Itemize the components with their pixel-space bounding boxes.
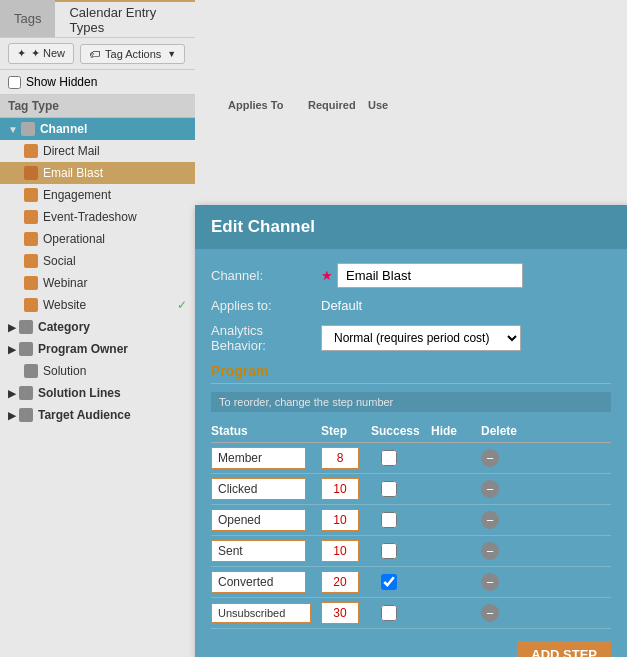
chevron-down-icon: ▼ — [167, 49, 176, 59]
channel-input[interactable] — [337, 263, 523, 288]
tree-item-operational[interactable]: Operational — [0, 228, 195, 250]
step-delete-btn-0[interactable]: − — [481, 449, 499, 467]
step-delete-btn-4[interactable]: − — [481, 573, 499, 591]
table-header: Tag Type Applies To Required Use — [0, 95, 195, 118]
table-row: − — [211, 443, 611, 474]
tree-item-event-tradeshow[interactable]: Event-Tradeshow — [0, 206, 195, 228]
tag-icon: 🏷 — [89, 48, 100, 60]
tree-item-email-blast[interactable]: Email Blast — [0, 162, 195, 184]
required-checkmark: ✓ — [177, 298, 187, 312]
step-status-input-5[interactable] — [211, 603, 311, 623]
step-success-checkbox-5[interactable] — [381, 605, 397, 621]
new-button[interactable]: ✦ ✦ New — [8, 43, 74, 64]
col-delete-header: Delete — [481, 424, 531, 438]
applies-label: Applies to: — [211, 298, 321, 313]
edit-dialog-body: Channel: ★ Applies to: Default Analytics… — [195, 249, 627, 657]
step-success-checkbox-3[interactable] — [381, 543, 397, 559]
step-success-4 — [371, 574, 431, 590]
analytics-form-row: Analytics Behavior: Normal (requires per… — [211, 323, 611, 353]
tree-label-direct-mail: Direct Mail — [43, 144, 100, 158]
folder-icon-category — [19, 320, 33, 334]
step-status-0 — [211, 447, 321, 469]
col-use: Use — [368, 99, 388, 113]
step-success-checkbox-1[interactable] — [381, 481, 397, 497]
step-num-input-3[interactable] — [321, 540, 359, 562]
expand-icon: ▼ — [8, 124, 18, 135]
step-status-input-2[interactable] — [211, 509, 306, 531]
step-delete-1: − — [481, 480, 531, 498]
tree-item-social[interactable]: Social — [0, 250, 195, 272]
add-step-button[interactable]: ADD STEP — [517, 641, 611, 657]
table-row: − — [211, 505, 611, 536]
show-hidden-checkbox[interactable] — [8, 76, 21, 89]
tree-item-target-audience[interactable]: ▶ Target Audience — [0, 404, 195, 426]
step-status-3 — [211, 540, 321, 562]
table-row: − — [211, 536, 611, 567]
tab-tags[interactable]: Tags — [0, 0, 55, 37]
step-num-input-2[interactable] — [321, 509, 359, 531]
col-applies-to: Applies To — [228, 99, 308, 113]
table-row: − — [211, 598, 611, 629]
step-delete-btn-5[interactable]: − — [481, 604, 499, 622]
tag-icon-engagement — [24, 188, 38, 202]
tree-container: ▼ Channel Direct Mail Email Blast Engage… — [0, 118, 195, 426]
expand-icon-category: ▶ — [8, 322, 16, 333]
col-success-header: Success — [371, 424, 431, 438]
step-status-input-3[interactable] — [211, 540, 306, 562]
expand-icon-program: ▶ — [8, 344, 16, 355]
step-status-input-1[interactable] — [211, 478, 306, 500]
show-hidden-label: Show Hidden — [26, 75, 97, 89]
step-delete-4: − — [481, 573, 531, 591]
tree-label-social: Social — [43, 254, 76, 268]
tag-icon-operational — [24, 232, 38, 246]
edit-dialog-title: Edit Channel — [211, 217, 315, 236]
step-status-input-0[interactable] — [211, 447, 306, 469]
step-delete-btn-1[interactable]: − — [481, 480, 499, 498]
step-success-checkbox-0[interactable] — [381, 450, 397, 466]
analytics-select[interactable]: Normal (requires period cost) Simple Non… — [321, 325, 521, 351]
step-status-5 — [211, 603, 321, 623]
step-delete-2: − — [481, 511, 531, 529]
tag-icon-solution — [24, 364, 38, 378]
step-num-input-5[interactable] — [321, 602, 359, 624]
tree-item-webinar[interactable]: Webinar — [0, 272, 195, 294]
steps-table-header: Status Step Success Hide Delete — [211, 420, 611, 443]
step-num-input-4[interactable] — [321, 571, 359, 593]
step-num-2 — [321, 509, 371, 531]
tag-icon-social — [24, 254, 38, 268]
step-success-checkbox-4[interactable] — [381, 574, 397, 590]
analytics-label: Analytics Behavior: — [211, 323, 321, 353]
sidebar-toolbar: ✦ ✦ New 🏷 Tag Actions ▼ — [0, 38, 195, 70]
tag-actions-button[interactable]: 🏷 Tag Actions ▼ — [80, 44, 185, 64]
tree-item-website[interactable]: Website ✓ — [0, 294, 195, 316]
step-success-2 — [371, 512, 431, 528]
tree-item-program-owner[interactable]: ▶ Program Owner — [0, 338, 195, 360]
step-delete-btn-2[interactable]: − — [481, 511, 499, 529]
col-status-header: Status — [211, 424, 321, 438]
channel-form-row: Channel: ★ — [211, 263, 611, 288]
tree-item-channel[interactable]: ▼ Channel — [0, 118, 195, 140]
step-success-checkbox-2[interactable] — [381, 512, 397, 528]
sidebar-top-tabs: Tags Calendar Entry Types — [0, 0, 195, 38]
tree-item-category[interactable]: ▶ Category — [0, 316, 195, 338]
tree-item-direct-mail[interactable]: Direct Mail — [0, 140, 195, 162]
tree-label-event: Event-Tradeshow — [43, 210, 137, 224]
tree-item-solution-lines[interactable]: ▶ Solution Lines — [0, 382, 195, 404]
tab-calendar-entry-types[interactable]: Calendar Entry Types — [55, 0, 195, 37]
applies-value: Default — [321, 298, 362, 313]
step-num-input-0[interactable] — [321, 447, 359, 469]
step-success-0 — [371, 450, 431, 466]
tree-item-engagement[interactable]: Engagement — [0, 184, 195, 206]
edit-dialog-header: Edit Channel — [195, 205, 627, 249]
step-delete-0: − — [481, 449, 531, 467]
tag-icon-webinar — [24, 276, 38, 290]
step-success-5 — [371, 605, 431, 621]
tag-icon-event — [24, 210, 38, 224]
step-num-input-1[interactable] — [321, 478, 359, 500]
tree-label-target-audience: Target Audience — [38, 408, 131, 422]
tag-icon-direct-mail — [24, 144, 38, 158]
step-status-input-4[interactable] — [211, 571, 306, 593]
step-delete-btn-3[interactable]: − — [481, 542, 499, 560]
tree-item-solution[interactable]: Solution — [0, 360, 195, 382]
reorder-hint: To reorder, change the step number — [211, 392, 611, 412]
